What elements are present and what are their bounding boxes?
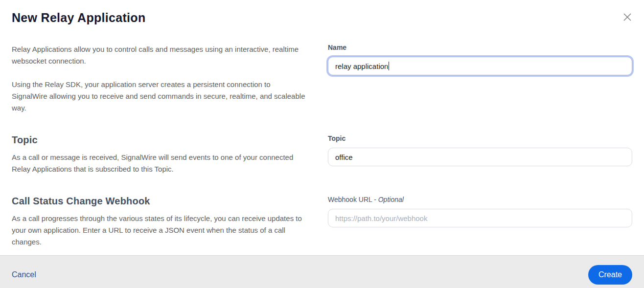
page-title: New Relay Application (12, 11, 632, 25)
topic-label: Topic (328, 134, 632, 142)
call-status-webhook-heading: Call Status Change Webhook (12, 196, 310, 207)
webhook-url-input[interactable] (328, 209, 632, 227)
intro-section: Relay Applications allow you to control … (12, 44, 310, 114)
name-input-value: relay application (335, 62, 388, 70)
webhook-url-label: Webhook URL - Optional (328, 196, 632, 203)
topic-description: As a call or message is received, Signal… (12, 152, 305, 175)
call-status-webhook-section: Call Status Change Webhook As a call pro… (12, 196, 310, 248)
topic-heading: Topic (12, 134, 310, 146)
intro-paragraph-1: Relay Applications allow you to control … (12, 44, 305, 67)
webhook-url-label-text: Webhook URL - (328, 196, 378, 203)
text-caret (389, 62, 389, 70)
name-label: Name (328, 44, 632, 51)
name-input[interactable]: relay application (328, 57, 632, 75)
topic-field-group: Topic (328, 134, 632, 166)
cancel-button[interactable]: Cancel (12, 270, 36, 279)
webhook-url-field-group: Webhook URL - Optional (328, 196, 632, 227)
close-icon (623, 13, 632, 23)
modal-body: Relay Applications allow you to control … (0, 44, 644, 248)
name-field-group: Name relay application (328, 44, 632, 75)
close-button[interactable] (621, 12, 633, 23)
webhook-url-optional-text: Optional (378, 196, 404, 203)
call-status-webhook-description: As a call progresses through the various… (12, 213, 305, 248)
modal-footer: Cancel Create (0, 255, 644, 288)
intro-paragraph-2: Using the Relay SDK, your application se… (12, 79, 305, 114)
topic-input[interactable] (328, 148, 632, 166)
modal-header: New Relay Application (0, 0, 644, 25)
create-button[interactable]: Create (588, 265, 632, 285)
topic-section: Topic As a call or message is received, … (12, 134, 310, 175)
